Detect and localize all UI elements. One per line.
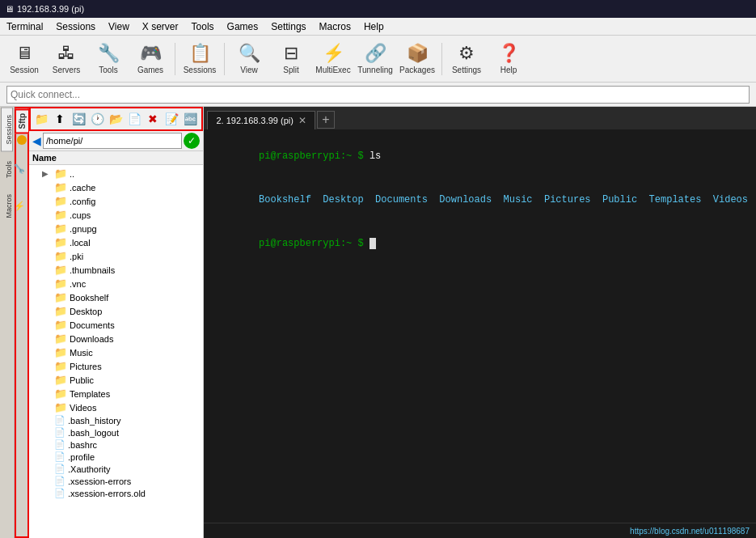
list-item[interactable]: 📁 Videos xyxy=(29,400,203,414)
filter-button[interactable]: 🔤 xyxy=(181,110,199,128)
folder-icon: 📁 xyxy=(54,167,67,180)
list-item[interactable]: 📄 .bashrc xyxy=(29,438,203,451)
toolbar-servers[interactable]: 🖧 Servers xyxy=(47,40,86,78)
new-folder-button[interactable]: 📁 xyxy=(32,110,50,128)
up-button[interactable]: ⬆ xyxy=(51,110,69,128)
file-icon: 📄 xyxy=(54,427,65,438)
list-item[interactable]: ▶ 📁 .. xyxy=(29,167,203,180)
sftp-label-text: Sftp xyxy=(18,113,27,129)
list-item[interactable]: 📁 Pictures xyxy=(29,359,203,373)
toolbar-tools[interactable]: 🔧 Tools xyxy=(89,40,128,78)
menu-view[interactable]: View xyxy=(102,19,136,34)
tab-close-button[interactable]: ✕ xyxy=(298,115,306,126)
file-tree: ▶ 📁 .. 📁 .cache 📁 .config 📁 .cups xyxy=(29,165,203,538)
toolbar-packages-label: Packages xyxy=(399,66,435,74)
toolbar-games[interactable]: 🎮 Games xyxy=(131,40,170,78)
cursor xyxy=(370,238,376,249)
file-tree-header: Name xyxy=(29,151,203,165)
edit-button[interactable]: 📝 xyxy=(163,110,180,128)
menu-macros[interactable]: Macros xyxy=(313,19,357,34)
toolbar-multiexec[interactable]: ⚡ MultiExec xyxy=(314,40,353,78)
list-item[interactable]: 📁 .vnc xyxy=(29,277,203,290)
terminal-tab-active[interactable]: 2. 192.168.3.99 (pi) ✕ xyxy=(207,111,315,129)
path-ok-button[interactable]: ✓ xyxy=(184,133,200,149)
side-tab-tools[interactable]: Tools 🔧 xyxy=(1,154,13,185)
drag-handle[interactable] xyxy=(200,107,203,538)
list-item[interactable]: 📁 Public xyxy=(29,373,203,387)
settings-icon: ⚙ xyxy=(458,43,475,64)
terminal-content[interactable]: pi@raspberrypi:~ $ ls Bookshelf Desktop … xyxy=(204,129,756,523)
file-item-name: .xsession-errors xyxy=(68,477,131,486)
help-icon: ❓ xyxy=(498,43,520,64)
menu-bar: Terminal Sessions View X server Tools Ga… xyxy=(0,18,756,36)
menu-help[interactable]: Help xyxy=(357,19,391,34)
view-icon: 🔍 xyxy=(239,43,260,64)
list-item[interactable]: 📄 .xsession-errors.old xyxy=(29,487,203,499)
list-item[interactable]: 📄 .bash_history xyxy=(29,414,203,426)
list-item[interactable]: 📁 Desktop xyxy=(29,304,203,318)
session-icon: 🖥 xyxy=(15,43,33,64)
list-item[interactable]: 📁 Downloads xyxy=(29,332,203,345)
list-item[interactable]: 📁 .cups xyxy=(29,208,203,222)
folder-icon: 📁 xyxy=(54,388,67,400)
path-input[interactable] xyxy=(43,133,182,149)
history-button[interactable]: 🕐 xyxy=(88,110,106,128)
file-item-name: Documents xyxy=(70,320,115,330)
file-item-name: .bashrc xyxy=(68,440,97,450)
path-back-icon[interactable]: ◀ xyxy=(32,134,41,147)
list-item[interactable]: 📁 Music xyxy=(29,345,203,359)
footer-link: https://blog.csdn.net/u011198687 xyxy=(630,527,750,536)
list-item[interactable]: 📁 .pki xyxy=(29,249,203,263)
side-tab-macros[interactable]: Macros ⚡ xyxy=(1,187,13,226)
menu-tools[interactable]: Tools xyxy=(185,19,221,34)
open-button[interactable]: 📂 xyxy=(107,110,125,128)
toolbar-separator-3 xyxy=(441,43,442,75)
tunneling-icon: 🔗 xyxy=(365,43,386,64)
file-item-name: .xsession-errors.old xyxy=(68,489,146,498)
list-item[interactable]: 📁 Bookshelf xyxy=(29,290,203,304)
list-item[interactable]: 📁 .gnupg xyxy=(29,222,203,235)
macros-icon: ⚡ xyxy=(14,201,23,211)
list-item[interactable]: 📁 Templates xyxy=(29,387,203,400)
file-item-name: .bash_history xyxy=(68,416,120,426)
new-tab-button[interactable]: + xyxy=(317,111,335,129)
list-item[interactable]: 📁 .cache xyxy=(29,180,203,194)
menu-games[interactable]: Games xyxy=(221,19,265,34)
list-item[interactable]: 📁 Documents xyxy=(29,318,203,332)
tools-icon: 🔧 xyxy=(98,43,120,64)
folder-icon: 📁 xyxy=(54,209,67,221)
sftp-tab[interactable]: Sftp xyxy=(15,108,30,133)
list-item[interactable]: 📁 .thumbnails xyxy=(29,263,203,277)
menu-xserver[interactable]: X server xyxy=(136,19,185,34)
file-item-name: .gnupg xyxy=(70,224,97,234)
file-panel: 📁 ⬆ 🔄 🕐 📂 📄 ✖ 📝 🔤 ◀ ✓ Name ▶ 📁 .. xyxy=(29,107,204,538)
refresh-button[interactable]: 🔄 xyxy=(70,110,87,128)
toolbar-split[interactable]: ⊟ Split xyxy=(272,40,310,78)
folder-icon: 📁 xyxy=(54,291,67,303)
toolbar-help-label: Help xyxy=(500,66,517,74)
delete-button[interactable]: ✖ xyxy=(144,110,162,128)
new-file-button[interactable]: 📄 xyxy=(125,110,143,128)
quick-connect-input[interactable] xyxy=(6,86,750,104)
toolbar-sessions[interactable]: 📋 Sessions xyxy=(180,40,219,78)
list-item[interactable]: 📄 .profile xyxy=(29,451,203,463)
menu-terminal[interactable]: Terminal xyxy=(0,19,49,34)
menu-settings[interactable]: Settings xyxy=(264,19,312,34)
toolbar-separator-2 xyxy=(224,43,225,75)
toolbar-view[interactable]: 🔍 View xyxy=(230,40,268,78)
toolbar-help[interactable]: ❓ Help xyxy=(489,40,528,78)
folder-icon: 📁 xyxy=(54,333,67,345)
list-item[interactable]: 📁 .config xyxy=(29,194,203,208)
folder-icon: 📁 xyxy=(54,264,67,276)
toolbar-session[interactable]: 🖥 Session xyxy=(5,40,44,78)
list-item[interactable]: 📄 .bash_logout xyxy=(29,426,203,438)
toolbar-packages[interactable]: 📦 Packages xyxy=(398,40,437,78)
file-item-name: Videos xyxy=(70,403,96,413)
list-item[interactable]: 📄 .Xauthority xyxy=(29,463,203,475)
toolbar-tunneling[interactable]: 🔗 Tunneling xyxy=(356,40,395,78)
side-tab-sessions[interactable]: Sessions ★ xyxy=(1,108,13,152)
list-item[interactable]: 📁 .local xyxy=(29,235,203,249)
toolbar-settings[interactable]: ⚙ Settings xyxy=(447,40,486,78)
menu-sessions[interactable]: Sessions xyxy=(49,19,102,34)
list-item[interactable]: 📄 .xsession-errors xyxy=(29,475,203,487)
